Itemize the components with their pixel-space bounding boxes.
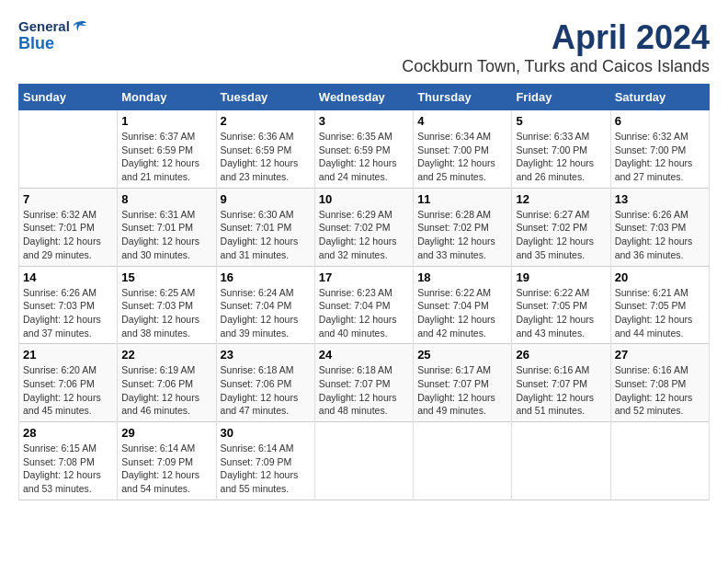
logo: General Blue — [18, 18, 88, 53]
week-row-5: 28Sunrise: 6:15 AM Sunset: 7:08 PM Dayli… — [19, 422, 710, 500]
calendar-cell: 28Sunrise: 6:15 AM Sunset: 7:08 PM Dayli… — [19, 422, 118, 500]
day-info: Sunrise: 6:22 AM Sunset: 7:05 PM Dayligh… — [516, 286, 606, 340]
day-info: Sunrise: 6:20 AM Sunset: 7:06 PM Dayligh… — [23, 363, 113, 418]
day-number: 17 — [319, 270, 409, 284]
day-number: 27 — [615, 348, 705, 362]
week-row-3: 14Sunrise: 6:26 AM Sunset: 7:03 PM Dayli… — [19, 266, 710, 344]
day-header-saturday: Saturday — [610, 85, 709, 110]
day-number: 24 — [319, 348, 409, 362]
logo-general-text: General — [18, 19, 70, 35]
calendar-header: SundayMondayTuesdayWednesdayThursdayFrid… — [19, 85, 710, 110]
day-info: Sunrise: 6:16 AM Sunset: 7:07 PM Dayligh… — [516, 363, 606, 418]
day-number: 5 — [516, 114, 606, 128]
day-info: Sunrise: 6:30 AM Sunset: 7:01 PM Dayligh… — [221, 208, 311, 262]
calendar-cell: 26Sunrise: 6:16 AM Sunset: 7:07 PM Dayli… — [512, 344, 610, 422]
day-info: Sunrise: 6:18 AM Sunset: 7:06 PM Dayligh… — [221, 363, 311, 418]
day-info: Sunrise: 6:27 AM Sunset: 7:02 PM Dayligh… — [516, 208, 606, 262]
day-info: Sunrise: 6:33 AM Sunset: 7:00 PM Dayligh… — [516, 130, 606, 184]
calendar-cell: 16Sunrise: 6:24 AM Sunset: 7:04 PM Dayli… — [216, 266, 314, 344]
day-header-friday: Friday — [512, 85, 610, 110]
day-number: 23 — [221, 348, 311, 362]
day-header-sunday: Sunday — [19, 85, 118, 110]
calendar-cell — [610, 422, 709, 500]
day-info: Sunrise: 6:32 AM Sunset: 7:00 PM Dayligh… — [615, 130, 705, 184]
calendar-cell — [512, 422, 610, 500]
calendar-table: SundayMondayTuesdayWednesdayThursdayFrid… — [18, 84, 710, 500]
week-row-2: 7Sunrise: 6:32 AM Sunset: 7:01 PM Daylig… — [19, 188, 710, 266]
calendar-cell: 20Sunrise: 6:21 AM Sunset: 7:05 PM Dayli… — [610, 266, 709, 344]
day-number: 26 — [516, 348, 606, 362]
day-number: 28 — [23, 426, 113, 440]
day-number: 1 — [121, 114, 211, 128]
day-number: 7 — [23, 192, 113, 206]
day-number: 29 — [121, 426, 211, 440]
day-number: 15 — [121, 270, 211, 284]
calendar-cell: 23Sunrise: 6:18 AM Sunset: 7:06 PM Dayli… — [216, 344, 314, 422]
day-number: 6 — [615, 114, 705, 128]
calendar-cell: 9Sunrise: 6:30 AM Sunset: 7:01 PM Daylig… — [216, 188, 314, 266]
day-info: Sunrise: 6:22 AM Sunset: 7:04 PM Dayligh… — [417, 286, 507, 340]
calendar-cell: 3Sunrise: 6:35 AM Sunset: 6:59 PM Daylig… — [314, 110, 413, 189]
calendar-cell: 2Sunrise: 6:36 AM Sunset: 6:59 PM Daylig… — [216, 110, 314, 189]
calendar-cell: 6Sunrise: 6:32 AM Sunset: 7:00 PM Daylig… — [610, 110, 709, 189]
day-info: Sunrise: 6:35 AM Sunset: 6:59 PM Dayligh… — [319, 130, 409, 184]
day-info: Sunrise: 6:16 AM Sunset: 7:08 PM Dayligh… — [615, 363, 705, 418]
day-info: Sunrise: 6:26 AM Sunset: 7:03 PM Dayligh… — [615, 208, 705, 262]
week-row-1: 1Sunrise: 6:37 AM Sunset: 6:59 PM Daylig… — [19, 110, 710, 189]
day-info: Sunrise: 6:26 AM Sunset: 7:03 PM Dayligh… — [23, 286, 113, 340]
calendar-cell: 13Sunrise: 6:26 AM Sunset: 7:03 PM Dayli… — [610, 188, 709, 266]
day-number: 25 — [417, 348, 507, 362]
day-info: Sunrise: 6:18 AM Sunset: 7:07 PM Dayligh… — [319, 363, 409, 418]
calendar-cell: 19Sunrise: 6:22 AM Sunset: 7:05 PM Dayli… — [512, 266, 610, 344]
day-header-tuesday: Tuesday — [216, 85, 314, 110]
day-number: 16 — [221, 270, 311, 284]
day-info: Sunrise: 6:21 AM Sunset: 7:05 PM Dayligh… — [615, 286, 705, 340]
calendar-cell: 10Sunrise: 6:29 AM Sunset: 7:02 PM Dayli… — [314, 188, 413, 266]
day-info: Sunrise: 6:28 AM Sunset: 7:02 PM Dayligh… — [417, 208, 507, 262]
calendar-cell — [19, 110, 118, 189]
day-info: Sunrise: 6:15 AM Sunset: 7:08 PM Dayligh… — [23, 442, 113, 496]
day-number: 9 — [221, 192, 311, 206]
day-info: Sunrise: 6:23 AM Sunset: 7:04 PM Dayligh… — [319, 286, 409, 340]
calendar-body: 1Sunrise: 6:37 AM Sunset: 6:59 PM Daylig… — [19, 110, 710, 500]
day-number: 30 — [221, 426, 311, 440]
calendar-cell: 29Sunrise: 6:14 AM Sunset: 7:09 PM Dayli… — [118, 422, 216, 500]
calendar-cell: 4Sunrise: 6:34 AM Sunset: 7:00 PM Daylig… — [414, 110, 512, 189]
day-number: 18 — [417, 270, 507, 284]
day-number: 4 — [417, 114, 507, 128]
calendar-cell: 27Sunrise: 6:16 AM Sunset: 7:08 PM Dayli… — [610, 344, 709, 422]
day-header-thursday: Thursday — [414, 85, 512, 110]
calendar-cell: 1Sunrise: 6:37 AM Sunset: 6:59 PM Daylig… — [118, 110, 216, 189]
calendar-cell: 30Sunrise: 6:14 AM Sunset: 7:09 PM Dayli… — [216, 422, 314, 500]
day-number: 22 — [121, 348, 211, 362]
calendar-cell: 15Sunrise: 6:25 AM Sunset: 7:03 PM Dayli… — [118, 266, 216, 344]
calendar-cell — [314, 422, 413, 500]
day-number: 8 — [121, 192, 211, 206]
day-number: 11 — [417, 192, 507, 206]
calendar-cell: 14Sunrise: 6:26 AM Sunset: 7:03 PM Dayli… — [19, 266, 118, 344]
days-header-row: SundayMondayTuesdayWednesdayThursdayFrid… — [19, 85, 710, 110]
day-info: Sunrise: 6:29 AM Sunset: 7:02 PM Dayligh… — [319, 208, 409, 262]
day-info: Sunrise: 6:14 AM Sunset: 7:09 PM Dayligh… — [221, 442, 311, 496]
day-number: 21 — [23, 348, 113, 362]
day-info: Sunrise: 6:14 AM Sunset: 7:09 PM Dayligh… — [121, 442, 211, 496]
day-header-monday: Monday — [118, 85, 216, 110]
day-info: Sunrise: 6:37 AM Sunset: 6:59 PM Dayligh… — [121, 130, 211, 184]
day-number: 14 — [23, 270, 113, 284]
day-info: Sunrise: 6:17 AM Sunset: 7:07 PM Dayligh… — [417, 363, 507, 418]
month-year-title: April 2024 — [402, 18, 710, 57]
day-info: Sunrise: 6:19 AM Sunset: 7:06 PM Dayligh… — [121, 363, 211, 418]
day-number: 3 — [319, 114, 409, 128]
day-number: 10 — [319, 192, 409, 206]
calendar-cell: 7Sunrise: 6:32 AM Sunset: 7:01 PM Daylig… — [19, 188, 118, 266]
day-info: Sunrise: 6:32 AM Sunset: 7:01 PM Dayligh… — [23, 208, 113, 262]
day-info: Sunrise: 6:25 AM Sunset: 7:03 PM Dayligh… — [121, 286, 211, 340]
day-number: 13 — [615, 192, 705, 206]
calendar-cell: 22Sunrise: 6:19 AM Sunset: 7:06 PM Dayli… — [118, 344, 216, 422]
logo-blue-text: Blue — [18, 35, 88, 53]
calendar-cell: 5Sunrise: 6:33 AM Sunset: 7:00 PM Daylig… — [512, 110, 610, 189]
day-info: Sunrise: 6:34 AM Sunset: 7:00 PM Dayligh… — [417, 130, 507, 184]
day-info: Sunrise: 6:36 AM Sunset: 6:59 PM Dayligh… — [221, 130, 311, 184]
calendar-cell — [414, 422, 512, 500]
calendar-cell: 17Sunrise: 6:23 AM Sunset: 7:04 PM Dayli… — [314, 266, 413, 344]
